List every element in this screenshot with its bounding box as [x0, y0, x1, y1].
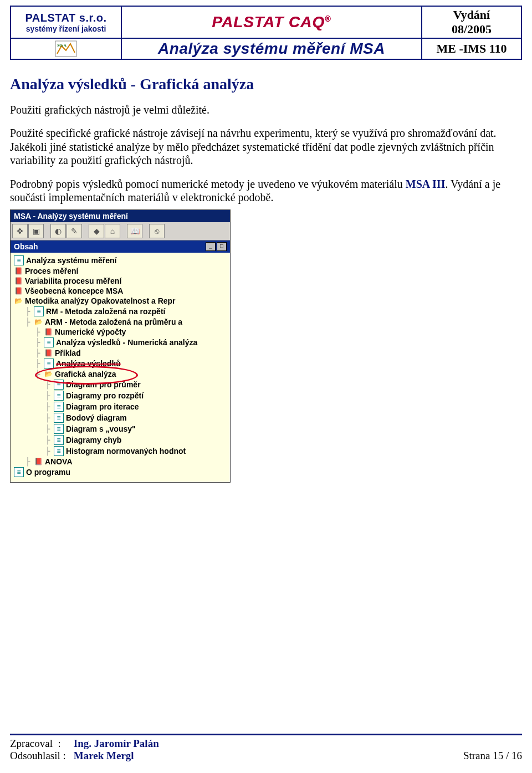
tree-item-label: Analýza výsledků [56, 359, 121, 368]
author-name: Ing. Jaromír Palán [74, 738, 159, 749]
tree-item[interactable]: ├📕ANOVA [13, 457, 228, 467]
book-icon: 📕 [44, 327, 53, 336]
tree-item-label: Diagram s „vousy" [66, 424, 136, 433]
tree-item-label: O programu [26, 468, 70, 477]
toolbar-btn-6[interactable]: ⌂ [105, 224, 120, 238]
tree-item[interactable]: 📕Proces měření [13, 266, 228, 276]
tree-item-label: Analýza výsledků - Numerická analýza [56, 338, 197, 347]
tree-item[interactable]: ├≡Analýza výsledků [13, 358, 228, 369]
approver-name: Marek Mergl [74, 750, 134, 761]
tree-item-label: Metodika analýzy Opakovatelnost a Repr [25, 296, 176, 305]
app-window: MSA - Analýzy systému měření ✥ ▣ ◐ ✎ ◆ ⌂… [10, 209, 231, 483]
tree-item[interactable]: ├≡Diagram pro průměr [13, 379, 228, 390]
toolbar-btn-8[interactable]: ⎋ [149, 224, 165, 238]
page-icon: ≡ [54, 435, 64, 445]
section-heading: Analýza výsledků - Grafická analýza [10, 75, 522, 93]
tree-item-label: Diagram pro iterace [66, 402, 139, 411]
page-icon: ≡ [54, 391, 64, 401]
paragraph-2: Použité specifické grafické nástroje záv… [10, 126, 522, 167]
tree-item-label: Numerické výpočty [55, 327, 126, 336]
tree-item-label: Všeobecná koncepce MSA [25, 286, 123, 295]
tree-item[interactable]: 📂Metodika analýzy Opakovatelnost a Repr [13, 296, 228, 306]
tree-item[interactable]: ├≡Analýza výsledků - Numerická analýza [13, 337, 228, 348]
tree-item[interactable]: ├≡Diagram s „vousy" [13, 423, 228, 434]
open-book-icon: 📂 [14, 296, 23, 305]
tree-item[interactable]: ├≡Diagramy chyb [13, 434, 228, 446]
page-icon: ≡ [54, 446, 64, 456]
tree-item[interactable]: ├📂Grafická analýza [13, 369, 228, 379]
toolbar-btn-7[interactable]: 📖 [127, 224, 142, 238]
page-icon: ≡ [54, 413, 64, 423]
toolbar-btn-1[interactable]: ✥ [12, 224, 28, 238]
book-icon: 📕 [34, 457, 43, 466]
tree-item-label: ANOVA [45, 457, 73, 466]
book-icon: 📕 [14, 286, 23, 295]
page-icon: ≡ [14, 467, 24, 477]
page-icon: ≡ [44, 359, 54, 368]
page-icon: ≡ [54, 380, 64, 390]
company-subtitle: systémy řízení jakosti [14, 24, 117, 33]
tree-view: ≡Analýza systému měření📕Proces měření📕Va… [11, 253, 230, 482]
app-titlebar: MSA - Analýzy systému měření [11, 210, 230, 222]
panel-max-icon[interactable]: □ [217, 242, 227, 251]
tree-item-label: Diagramy chyb [66, 436, 121, 444]
author-label: Zpracoval : [10, 738, 71, 750]
open-book-icon: 📂 [34, 318, 43, 326]
tree-item-label: Analýza systému měření [26, 256, 116, 265]
tree-item[interactable]: 📕Variabilita procesu měření [13, 276, 228, 286]
tree-item-label: Bodový diagram [66, 413, 127, 422]
page-icon: ≡ [34, 306, 44, 316]
tree-item-label: RM - Metoda založená na rozpětí [46, 307, 165, 316]
paragraph-1: Použití grafických nástrojů je velmi důl… [10, 103, 522, 116]
tree-item[interactable]: ├📂ARM - Metoda založená na průměru a [13, 317, 228, 327]
tree-item[interactable]: ├≡Diagram pro iterace [13, 401, 228, 412]
doc-code: ME -IMS 110 [422, 38, 521, 59]
doc-header: PALSTAT s.r.o. systémy řízení jakosti PA… [10, 6, 522, 60]
tree-item[interactable]: ├≡RM - Metoda založená na rozpětí [13, 306, 228, 317]
toolbar-btn-2[interactable]: ▣ [28, 224, 44, 238]
tree-item-label: Diagram pro průměr [66, 380, 141, 389]
page-number: Strana 15 / 16 [463, 750, 522, 762]
book-icon: 📕 [14, 277, 23, 285]
tree-item[interactable]: ├📕Numerické výpočty [13, 327, 228, 337]
footer: Zpracoval : Ing. Jaromír Palán Odsouhlas… [10, 738, 522, 762]
msa-link: MSA III [406, 178, 446, 190]
toolbar-btn-3[interactable]: ◐ [50, 224, 66, 238]
panel-titlebar: Obsah _ □ [11, 240, 230, 253]
page-icon: ≡ [14, 255, 24, 265]
tree-item[interactable]: ├≡Histogram normovaných hodnot [13, 446, 228, 457]
book-icon: 📕 [14, 267, 23, 275]
toolbar-btn-4[interactable]: ✎ [66, 224, 82, 238]
issue-date: 08/2005 [426, 22, 518, 37]
product-title: PALSTAT CAQ® [212, 13, 331, 31]
tree-item[interactable]: ├📕Příklad [13, 348, 228, 358]
doc-subtitle: Analýza systému měření MSA [158, 40, 385, 57]
footer-rule [10, 734, 522, 735]
issue-label: Vydání [426, 8, 518, 22]
panel-min-icon[interactable]: _ [206, 242, 216, 251]
msa-logo-icon: MSA [55, 40, 77, 57]
open-book-icon: 📂 [44, 370, 53, 378]
tree-item-label: Histogram normovaných hodnot [66, 447, 186, 455]
tree-item-label: Diagramy pro rozpětí [66, 391, 144, 400]
tree-item[interactable]: ├≡Diagramy pro rozpětí [13, 390, 228, 401]
page-icon: ≡ [44, 337, 54, 347]
tree-item[interactable]: ≡O programu [13, 467, 228, 478]
app-toolbar: ✥ ▣ ◐ ✎ ◆ ⌂ 📖 ⎋ [11, 222, 230, 240]
toolbar-btn-5[interactable]: ◆ [89, 224, 104, 238]
svg-text:MSA: MSA [57, 43, 67, 48]
tree-item-label: ARM - Metoda založená na průměru a [45, 318, 182, 326]
tree-item-label: Proces měření [25, 267, 79, 275]
book-icon: 📕 [44, 349, 53, 357]
approver-label: Odsouhlasil : [10, 750, 71, 762]
page-icon: ≡ [54, 402, 64, 412]
tree-item-label: Příklad [55, 349, 81, 357]
company-name: PALSTAT s.r.o. [14, 12, 117, 24]
paragraph-3: Podrobný popis výsledků pomocí numerické… [10, 177, 522, 204]
panel-label: Obsah [14, 242, 38, 251]
tree-item[interactable]: ├≡Bodový diagram [13, 412, 228, 423]
page-icon: ≡ [54, 424, 64, 434]
tree-item[interactable]: 📕Všeobecná koncepce MSA [13, 286, 228, 296]
tree-item-label: Grafická analýza [55, 370, 116, 378]
tree-item[interactable]: ≡Analýza systému měření [13, 255, 228, 266]
